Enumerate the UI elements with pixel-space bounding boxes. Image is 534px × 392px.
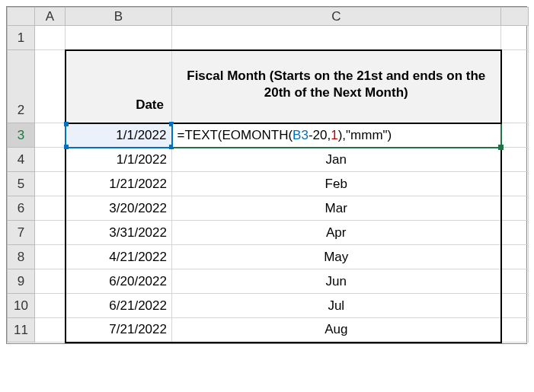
cell-A4[interactable] xyxy=(35,148,66,172)
row-11: 11 7/21/2022 Aug xyxy=(8,318,529,343)
cell-C6[interactable]: Mar xyxy=(172,196,501,221)
cell-C4[interactable]: Jan xyxy=(172,148,501,172)
cell-A3[interactable] xyxy=(35,123,66,148)
cell-B9[interactable]: 6/20/2022 xyxy=(66,269,172,294)
row-header-1[interactable]: 1 xyxy=(8,26,35,50)
cell-D9[interactable] xyxy=(501,269,529,294)
cell-B3-referenced[interactable]: 1/1/2022 xyxy=(66,123,172,148)
header-fiscal-label: Fiscal Month (Starts on the 21st and end… xyxy=(177,63,496,105)
row-10: 10 6/21/2022 Jul xyxy=(8,294,529,318)
header-date-label: Date xyxy=(71,92,168,117)
cell-D1[interactable] xyxy=(501,26,529,50)
cell-C11[interactable]: Aug xyxy=(172,318,501,343)
cell-A11[interactable] xyxy=(35,318,66,343)
cell-D11[interactable] xyxy=(501,318,529,343)
row-6: 6 3/20/2022 Mar xyxy=(8,196,529,221)
cell-C10[interactable]: Jul xyxy=(172,294,501,318)
cell-B8[interactable]: 4/21/2022 xyxy=(66,245,172,269)
row-3: 3 1/1/2022 =TEXT(EOMONTH(B3-20,1),"mmm") xyxy=(8,123,529,148)
row-8: 8 4/21/2022 May xyxy=(8,245,529,269)
cell-A10[interactable] xyxy=(35,294,66,318)
cell-A9[interactable] xyxy=(35,269,66,294)
column-header-row: A B C xyxy=(8,8,529,26)
ref-handle-icon xyxy=(64,122,69,126)
cell-C3-active[interactable]: =TEXT(EOMONTH(B3-20,1),"mmm") xyxy=(172,123,501,148)
row-header-4[interactable]: 4 xyxy=(8,148,35,172)
row-4: 4 1/1/2022 Jan xyxy=(8,148,529,172)
cell-B7[interactable]: 3/31/2022 xyxy=(66,221,172,245)
cell-A1[interactable] xyxy=(35,26,66,50)
col-header-blank[interactable] xyxy=(501,8,529,26)
cell-D2[interactable] xyxy=(501,50,529,123)
row-header-10[interactable]: 10 xyxy=(8,294,35,318)
select-all-corner[interactable] xyxy=(8,8,35,26)
row-header-8[interactable]: 8 xyxy=(8,245,35,269)
cell-A8[interactable] xyxy=(35,245,66,269)
cell-D5[interactable] xyxy=(501,172,529,196)
grid[interactable]: A B C 1 2 Date Fiscal Month (Starts on t… xyxy=(7,7,529,343)
cell-C7[interactable]: Apr xyxy=(172,221,501,245)
cell-B3-value: 1/1/2022 xyxy=(116,128,166,142)
row-5: 5 1/21/2022 Feb xyxy=(8,172,529,196)
cell-A2[interactable] xyxy=(35,50,66,123)
cell-D10[interactable] xyxy=(501,294,529,318)
row-header-3[interactable]: 3 xyxy=(8,123,35,148)
formula-text: =TEXT(EOMONTH(B3-20,1),"mmm") xyxy=(177,128,392,142)
header-date[interactable]: Date xyxy=(66,50,172,123)
cell-C5[interactable]: Feb xyxy=(172,172,501,196)
cell-C8[interactable]: May xyxy=(172,245,501,269)
row-9: 9 6/20/2022 Jun xyxy=(8,269,529,294)
row-header-5[interactable]: 5 xyxy=(8,172,35,196)
cell-D7[interactable] xyxy=(501,221,529,245)
cell-D4[interactable] xyxy=(501,148,529,172)
cell-A5[interactable] xyxy=(35,172,66,196)
header-fiscal-month[interactable]: Fiscal Month (Starts on the 21st and end… xyxy=(172,50,501,123)
row-header-2[interactable]: 2 xyxy=(8,50,35,123)
row-7: 7 3/31/2022 Apr xyxy=(8,221,529,245)
row-header-11[interactable]: 11 xyxy=(8,318,35,343)
cell-B1[interactable] xyxy=(66,26,172,50)
cell-D3[interactable] xyxy=(501,123,529,148)
col-header-A[interactable]: A xyxy=(35,8,66,26)
cell-C9[interactable]: Jun xyxy=(172,269,501,294)
cell-B10[interactable]: 6/21/2022 xyxy=(66,294,172,318)
cell-D8[interactable] xyxy=(501,245,529,269)
row-header-9[interactable]: 9 xyxy=(8,269,35,294)
spreadsheet[interactable]: A B C 1 2 Date Fiscal Month (Starts on t… xyxy=(6,6,527,344)
cell-B5[interactable]: 1/21/2022 xyxy=(66,172,172,196)
col-header-B[interactable]: B xyxy=(66,8,172,26)
col-header-C[interactable]: C xyxy=(172,8,501,26)
cell-B6[interactable]: 3/20/2022 xyxy=(66,196,172,221)
cell-C1[interactable] xyxy=(172,26,501,50)
cell-A7[interactable] xyxy=(35,221,66,245)
row-1: 1 xyxy=(8,26,529,50)
cell-B11[interactable]: 7/21/2022 xyxy=(66,318,172,343)
cell-B4[interactable]: 1/1/2022 xyxy=(66,148,172,172)
row-header-7[interactable]: 7 xyxy=(8,221,35,245)
cell-A6[interactable] xyxy=(35,196,66,221)
cell-D6[interactable] xyxy=(501,196,529,221)
row-header-6[interactable]: 6 xyxy=(8,196,35,221)
row-2: 2 Date Fiscal Month (Starts on the 21st … xyxy=(8,50,529,123)
